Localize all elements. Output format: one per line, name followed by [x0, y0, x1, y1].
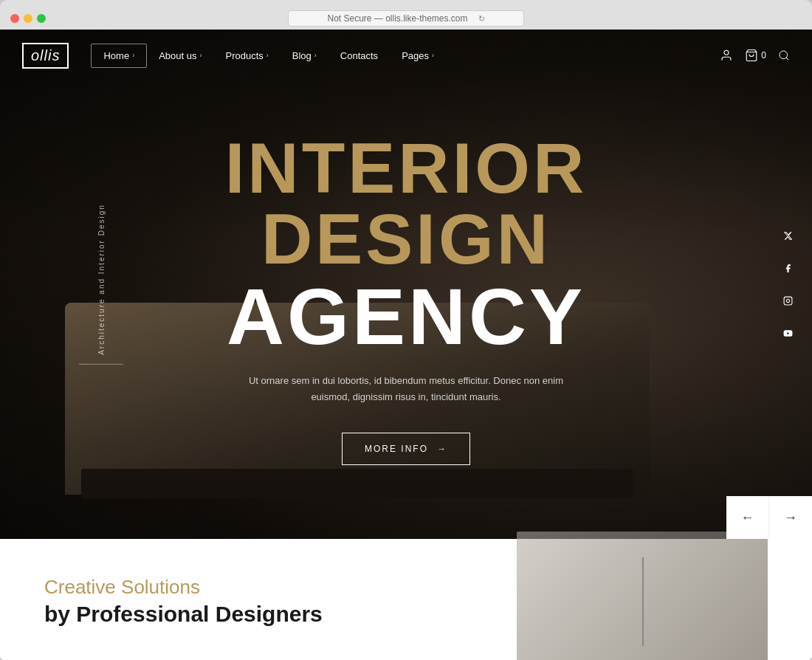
svg-point-2	[780, 51, 788, 59]
browser-chrome: Not Secure — ollis.like-themes.com ↻	[0, 0, 812, 30]
social-icons	[778, 226, 797, 343]
facebook-icon[interactable]	[778, 258, 797, 278]
hero-subtitle-line2: euismod, dignissim risus in, tincidunt m…	[74, 389, 738, 405]
cart-icon[interactable]: 0	[745, 49, 766, 62]
slide-navigation: ← →	[726, 496, 812, 539]
twitter-icon[interactable]	[778, 226, 797, 245]
svg-rect-3	[784, 297, 792, 305]
chevron-down-icon: ›	[266, 52, 269, 59]
side-label: Architecture and Interior Design	[79, 204, 123, 365]
url-text: Not Secure — ollis.like-themes.com	[327, 13, 467, 24]
arrow-right-icon: →	[784, 510, 797, 526]
below-hero-section: Creative Solutions by Professional Desig…	[0, 539, 812, 660]
prev-slide-button[interactable]: ←	[726, 496, 769, 539]
arrow-left-icon: ←	[741, 510, 754, 526]
nav-item-products[interactable]: Products ›	[213, 44, 280, 67]
site-logo[interactable]: ollis	[22, 43, 69, 69]
search-icon[interactable]	[778, 49, 790, 61]
chevron-down-icon: ›	[199, 52, 202, 59]
nav-icons: 0	[720, 49, 790, 62]
chevron-down-icon: ›	[132, 52, 134, 59]
traffic-lights	[10, 14, 46, 23]
hero-title-line2: AGENCY	[74, 275, 738, 358]
logo-text: ollis	[31, 47, 60, 63]
nav-label-products: Products	[225, 50, 263, 61]
hero-subtitle: Ut ornare sem in dui lobortis, id bibend…	[74, 373, 738, 405]
more-info-label: MORE INFO	[365, 444, 428, 454]
reload-icon[interactable]: ↻	[478, 14, 485, 24]
hero-title-line1: INTERIOR DESIGN	[74, 133, 738, 275]
nav-label-home: Home	[103, 50, 129, 61]
chevron-down-icon: ›	[314, 52, 317, 59]
nav-label-about: About us	[159, 50, 196, 61]
youtube-icon[interactable]	[778, 323, 797, 343]
side-label-text: Architecture and Interior Design	[97, 204, 105, 355]
instagram-icon[interactable]	[778, 291, 797, 310]
account-icon[interactable]	[720, 49, 733, 62]
nav-label-pages: Pages	[402, 50, 429, 61]
nav-item-about[interactable]: About us ›	[147, 44, 213, 67]
nav-item-blog[interactable]: Blog ›	[281, 44, 328, 67]
nav-links: Home › About us › Products › Blog › Cont…	[91, 44, 720, 68]
arrow-right-icon: →	[437, 444, 447, 454]
nav-item-contacts[interactable]: Contacts	[328, 44, 390, 67]
site-wrapper: ollis Home › About us › Products › Blog …	[0, 30, 812, 660]
maximize-button[interactable]	[37, 14, 46, 23]
hero-section: ollis Home › About us › Products › Blog …	[0, 30, 812, 539]
close-button[interactable]	[10, 14, 19, 23]
more-info-button[interactable]: MORE INFO →	[342, 433, 470, 465]
next-slide-button[interactable]: →	[769, 496, 812, 539]
nav-label-blog: Blog	[292, 50, 312, 61]
nav-label-contacts: Contacts	[340, 50, 378, 61]
nav-item-home[interactable]: Home ›	[91, 44, 147, 68]
nav-item-pages[interactable]: Pages ›	[390, 44, 446, 67]
chevron-down-icon: ›	[432, 52, 434, 59]
navbar: ollis Home › About us › Products › Blog …	[0, 30, 812, 81]
address-bar[interactable]: Not Secure — ollis.like-themes.com ↻	[288, 10, 524, 27]
hero-content: INTERIOR DESIGN AGENCY Ut ornare sem in …	[74, 133, 738, 465]
hero-subtitle-line1: Ut ornare sem in dui lobortis, id bibend…	[74, 373, 738, 389]
minimize-button[interactable]	[24, 14, 32, 23]
below-hero-image	[517, 532, 768, 660]
cart-count: 0	[761, 50, 766, 61]
svg-point-0	[724, 50, 729, 55]
